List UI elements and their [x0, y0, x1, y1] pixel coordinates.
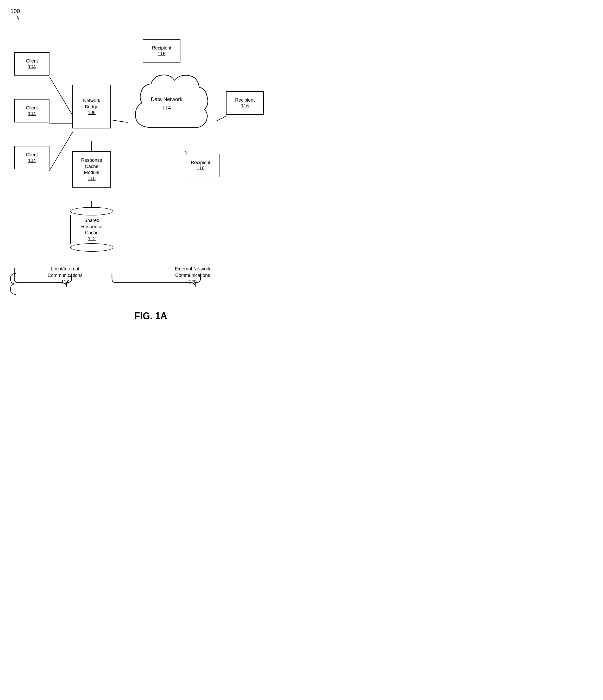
svg-line-7	[216, 116, 227, 121]
svg-text:Data Network: Data Network	[151, 96, 183, 102]
local-comm-label: Local/InternalCommunications 118	[21, 266, 109, 285]
local-comm-text: Local/InternalCommunications	[21, 266, 109, 279]
client-3-box: Client 104	[14, 146, 50, 169]
network-bridge-box: NetworkBridge 108	[72, 85, 111, 128]
svg-line-0	[50, 77, 73, 116]
data-network-cloud: Data Network 114	[120, 70, 213, 138]
recipient-3-id: 116	[196, 166, 204, 171]
client-2-id: 104	[28, 111, 36, 117]
client-1-id: 104	[28, 64, 36, 70]
shared-cache-id: 112	[88, 236, 96, 242]
svg-text:114: 114	[162, 105, 171, 110]
client-3-label: Client	[26, 152, 38, 158]
response-cache-module-id: 110	[88, 176, 96, 181]
recipient-1-box: Recipient 116	[143, 39, 180, 62]
ext-comm-label: External NetworkCommunications 120	[128, 266, 258, 285]
recipient-2-id: 116	[241, 103, 248, 109]
recipient-2-box: Recipient 116	[226, 91, 264, 115]
client-2-box: Client 104	[14, 99, 50, 122]
response-cache-module-box: ResponseCacheModule 110	[72, 151, 111, 188]
recipient-1-label: Recipient	[152, 45, 171, 51]
shared-cache-cylinder: SharedResponseCache 112	[70, 207, 113, 252]
client-2-label: Client	[26, 105, 38, 111]
fig-label: FIG. 1A	[0, 305, 302, 329]
network-bridge-id: 108	[88, 110, 96, 116]
client-3-id: 104	[28, 158, 36, 163]
svg-line-2	[50, 131, 73, 171]
recipient-3-box: Recipient 116	[182, 154, 219, 177]
recipient-3-label: Recipient	[191, 160, 210, 166]
recipient-2-label: Recipient	[235, 97, 255, 103]
recipient-1-id: 116	[158, 51, 165, 56]
response-cache-module-label: ResponseCacheModule	[81, 157, 102, 176]
client-1-label: Client	[26, 58, 38, 64]
shared-cache-label: SharedResponseCache	[81, 218, 102, 236]
client-1-box: Client 104	[14, 52, 50, 76]
network-bridge-label: NetworkBridge	[83, 98, 100, 110]
local-comm-id: 118	[21, 279, 109, 285]
ext-comm-id: 120	[128, 279, 258, 285]
ext-comm-text: External NetworkCommunications	[128, 266, 258, 279]
